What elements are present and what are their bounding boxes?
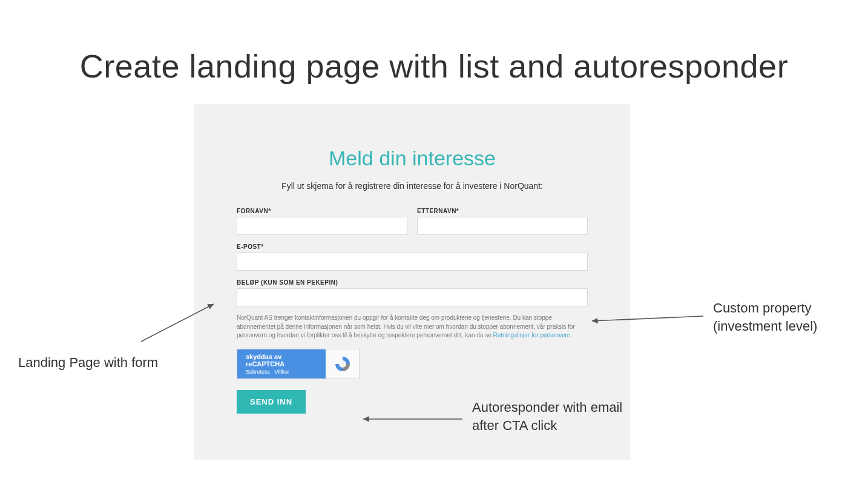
amount-input[interactable]	[237, 288, 588, 306]
arrow-right	[587, 311, 708, 329]
annotation-bottom: Autoresponder with emailafter CTA click	[472, 398, 702, 434]
form-subtext: Fyll ut skjema for å registrere din inte…	[237, 181, 588, 191]
svg-line-0	[141, 304, 214, 342]
email-input[interactable]	[237, 253, 588, 271]
recaptcha-line1: skyddas av reCAPTCHA	[246, 353, 317, 368]
slide-title: Create landing page with list and autore…	[0, 47, 868, 85]
recaptcha-badge: skyddas av reCAPTCHA Sekretess · Villkor	[237, 349, 360, 379]
amount-label: BELØP (KUN SOM EN PEKEPIN)	[237, 279, 588, 286]
recaptcha-line2: Sekretess · Villkor	[246, 369, 317, 375]
lastname-input[interactable]	[417, 217, 588, 235]
annotation-right: Custom property(investment level)	[713, 299, 852, 335]
email-label: E-POST*	[237, 243, 588, 250]
firstname-label: FORNAVN*	[237, 208, 407, 214]
form-heading: Meld din interesse	[237, 147, 588, 170]
recaptcha-icon	[334, 355, 352, 373]
firstname-input[interactable]	[237, 217, 407, 235]
annotation-left: Landing Page with form	[18, 354, 182, 372]
svg-line-1	[592, 316, 703, 321]
legal-text: NorQuant AS trenger kontaktinformasjonen…	[237, 314, 588, 340]
lastname-label: ETTERNAVN*	[417, 208, 588, 214]
arrow-left	[136, 298, 221, 346]
privacy-link[interactable]: Retningslinjer for personvern	[493, 332, 571, 339]
arrow-bottom	[358, 413, 467, 425]
submit-button[interactable]: SEND INN	[237, 390, 306, 414]
